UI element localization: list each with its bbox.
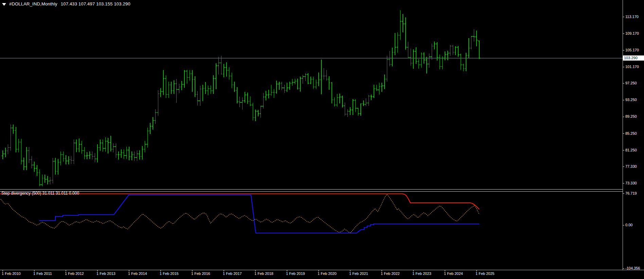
price-axis-label: 105.170 (625, 48, 639, 52)
date-axis-label: 1 Feb 2013 (96, 272, 115, 276)
date-axis-label: 1 Feb 2024 (444, 272, 463, 276)
price-axis-label: 77.330 (625, 164, 637, 168)
price-axis-label: 89.250 (625, 114, 637, 118)
date-axis-label: 1 Feb 2020 (318, 272, 337, 276)
price-axis-label: 73.330 (625, 181, 637, 185)
ohlc-values-label: 107.433 107.497 103.155 103.290 (61, 1, 130, 6)
time-axis-border (0, 270, 644, 270)
upper-step-line (0, 194, 479, 210)
divergence-oscillator (1, 194, 479, 233)
date-axis-label: 1 Feb 2023 (412, 272, 431, 276)
date-axis-label: 1 Feb 2016 (191, 272, 210, 276)
date-axis-label: 1 Feb 2017 (223, 272, 242, 276)
indicator-axis-label: 0.00 (625, 223, 632, 227)
lower-step-line (39, 195, 479, 233)
price-axis-label: 93.250 (625, 98, 637, 102)
price-axis-label: 97.250 (625, 81, 637, 85)
chart-canvas[interactable] (0, 0, 644, 279)
pane-separator[interactable] (0, 189, 623, 192)
date-axis-label: 1 Feb 2015 (160, 272, 179, 276)
date-axis-label: 1 Feb 2011 (33, 272, 52, 276)
date-axis-label: 1 Feb 2025 (476, 272, 495, 276)
date-axis-label: 1 Feb 2019 (286, 272, 305, 276)
indicator-axis-label: 76.719 (625, 191, 637, 195)
chart-window: #DOLLAR_IND,Monthly 107.433 107.497 103.… (0, 0, 644, 279)
price-axis-label: 109.170 (625, 31, 639, 35)
current-price-badge: 103.290 (623, 55, 644, 61)
date-axis-label: 1 Feb 2014 (128, 272, 147, 276)
price-axis-label: 101.170 (625, 65, 639, 69)
price-axis-border (623, 0, 623, 270)
indicator-name-label: Step divergency (500) 31.011 31.011 0.00… (1, 191, 79, 196)
ohlc-bars (2, 10, 480, 186)
date-axis-label: 1 Feb 2012 (65, 272, 84, 276)
date-axis-label: 1 Feb 2018 (254, 272, 273, 276)
price-axis-label: 113.170 (625, 15, 639, 19)
date-axis-label: 1 Feb 2022 (381, 272, 400, 276)
chart-title-bar: #DOLLAR_IND,Monthly 107.433 107.497 103.… (2, 1, 130, 6)
indicator-axis-label: -104.356 (625, 266, 640, 270)
date-axis-label: 1 Feb 2010 (2, 272, 21, 276)
triangle-down-icon[interactable] (2, 3, 6, 6)
date-axis-label: 1 Feb 2021 (349, 272, 368, 276)
symbol-timeframe-label: #DOLLAR_IND,Monthly (9, 1, 57, 6)
price-axis-label: 85.250 (625, 131, 637, 135)
price-axis-label: 81.250 (625, 148, 637, 152)
